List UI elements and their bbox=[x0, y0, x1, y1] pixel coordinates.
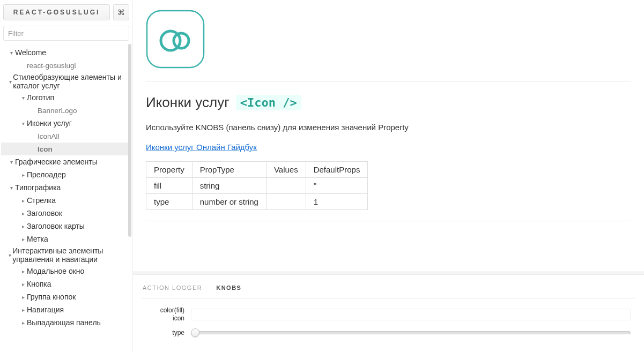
panel-tab[interactable]: KNOBS bbox=[216, 284, 241, 291]
tree-node-label: Кнопка bbox=[27, 280, 51, 288]
tree-node[interactable]: Кнопка bbox=[1, 278, 131, 290]
tree-node-label: IconAll bbox=[38, 132, 60, 140]
tree-node[interactable]: Выпадающая панель bbox=[1, 316, 131, 329]
chevron-down-icon bbox=[8, 50, 15, 56]
tree-node[interactable]: IconAll bbox=[1, 130, 131, 143]
th-defaultprops: DefaultProps bbox=[306, 162, 368, 178]
props-table: Property PropType Values DefaultProps fi… bbox=[146, 161, 368, 210]
main: Иконки услуг <Icon /> Используйте KNOBS … bbox=[133, 0, 644, 352]
table-cell: number or string bbox=[192, 194, 266, 210]
tree-node-label: BannerLogo bbox=[38, 107, 77, 115]
tree-node-label: Группа кнопок bbox=[27, 293, 76, 301]
tree-node[interactable]: Иконки услуг bbox=[1, 117, 131, 130]
tree-node[interactable]: Icon bbox=[1, 143, 131, 155]
sidebar-header: REACT-GOSUSLUGI ⌘ bbox=[0, 0, 132, 24]
table-row: typenumber or string1 bbox=[146, 194, 368, 210]
tree-node[interactable]: Интерактивные элементы управления и нави… bbox=[1, 245, 131, 265]
tree-node-label: Welcome bbox=[15, 48, 46, 57]
chevron-down-icon bbox=[8, 79, 13, 85]
tree-node[interactable]: Логотип bbox=[1, 91, 131, 104]
panel-tab[interactable]: ACTION LOGGER bbox=[143, 284, 202, 291]
table-cell: '' bbox=[306, 178, 368, 194]
svg-rect-0 bbox=[147, 11, 204, 68]
divider bbox=[146, 221, 631, 221]
tree-node[interactable]: Метка bbox=[1, 233, 131, 245]
table-cell: 1 bbox=[306, 194, 368, 210]
slider-thumb[interactable] bbox=[191, 328, 199, 337]
chevron-right-icon bbox=[19, 307, 27, 313]
scrollbar-track[interactable] bbox=[127, 44, 132, 352]
tree-node[interactable]: Welcome bbox=[1, 46, 131, 59]
knob-slider-type[interactable] bbox=[191, 327, 631, 338]
chevron-right-icon bbox=[19, 211, 27, 216]
chevron-down-icon bbox=[19, 95, 27, 101]
tree-node[interactable]: Модальное окно bbox=[1, 265, 131, 278]
chevron-right-icon bbox=[19, 294, 27, 300]
tree-node[interactable]: Заголовок карты bbox=[1, 220, 131, 233]
tree-node-label: Логотип bbox=[27, 93, 54, 102]
th-proptype: PropType bbox=[192, 162, 266, 178]
chevron-down-icon bbox=[8, 185, 15, 191]
page-title: Иконки услуг <Icon /> bbox=[146, 94, 631, 111]
app-root: REACT-GOSUSLUGI ⌘ Welcomereact-gosuslugi… bbox=[0, 0, 644, 352]
tree-node[interactable]: Прелоадер bbox=[1, 168, 131, 181]
tree-node-label: Типографика bbox=[15, 183, 61, 192]
tree-node[interactable]: Заголовок bbox=[1, 207, 131, 220]
tree-node-label: Метка bbox=[27, 235, 48, 243]
tree-node-label: Заголовок bbox=[27, 209, 62, 218]
chevron-down-icon bbox=[8, 159, 15, 165]
tree-node-label: Графические элементы bbox=[15, 158, 98, 166]
brand-button[interactable]: REACT-GOSUSLUGI bbox=[3, 4, 110, 20]
sidebar-tree[interactable]: Welcomereact-gosuslugiСтилеобразующие эл… bbox=[0, 44, 132, 352]
tree-node-label: Выпадающая панель bbox=[27, 318, 101, 327]
chevron-right-icon bbox=[19, 281, 27, 287]
knob-label-color: color(fill) icon bbox=[142, 306, 184, 322]
tree-node[interactable]: react-gosuslugi bbox=[1, 59, 131, 72]
knob-input-color[interactable] bbox=[191, 309, 631, 320]
filter-input[interactable] bbox=[3, 26, 129, 41]
tree-node[interactable]: Типографика bbox=[1, 181, 131, 194]
tree-node-label: Стилеобразующие элементы и каталог услуг bbox=[13, 73, 129, 90]
tree-node-label: Заголовок карты bbox=[27, 222, 85, 230]
doc-link[interactable]: Иконки услуг Онлайн Гайдбук bbox=[146, 143, 257, 152]
table-cell: fill bbox=[146, 178, 193, 194]
table-cell bbox=[266, 178, 306, 194]
chevron-right-icon bbox=[19, 268, 27, 274]
table-cell: string bbox=[192, 178, 266, 194]
tree-node-label: react-gosuslugi bbox=[27, 62, 76, 70]
rings-icon bbox=[146, 10, 205, 69]
chevron-right-icon bbox=[19, 198, 27, 204]
chevron-right-icon bbox=[19, 236, 27, 242]
knob-row-color: color(fill) icon bbox=[142, 306, 635, 322]
chevron-right-icon bbox=[19, 223, 27, 229]
page-title-text: Иконки услуг bbox=[146, 94, 230, 111]
component-tag: <Icon /> bbox=[236, 95, 301, 110]
knob-row-type: type bbox=[142, 327, 635, 338]
tree-node-label: Навигация bbox=[27, 305, 64, 314]
tree-node-label: Стрелка bbox=[27, 196, 56, 205]
chevron-right-icon bbox=[19, 172, 27, 178]
sidebar: REACT-GOSUSLUGI ⌘ Welcomereact-gosuslugi… bbox=[0, 0, 133, 352]
addons-panel: ACTION LOGGERKNOBS color(fill) icon type bbox=[133, 274, 644, 352]
tree-node-label: Иконки услуг bbox=[27, 119, 72, 128]
tree-node[interactable]: Навигация bbox=[1, 303, 131, 316]
chevron-down-icon bbox=[19, 121, 27, 126]
scrollbar-thumb[interactable] bbox=[128, 44, 131, 237]
tree-node[interactable]: BannerLogo bbox=[1, 104, 131, 117]
tree-node[interactable]: Стрелка bbox=[1, 194, 131, 207]
shortcut-button[interactable]: ⌘ bbox=[113, 4, 129, 20]
divider bbox=[146, 81, 631, 81]
component-preview bbox=[146, 10, 631, 70]
chevron-right-icon bbox=[19, 320, 27, 326]
tree-node[interactable]: Группа кнопок bbox=[1, 290, 131, 303]
th-property: Property bbox=[146, 162, 193, 178]
table-cell bbox=[266, 194, 306, 210]
tree-node[interactable]: Стилеобразующие элементы и каталог услуг bbox=[1, 72, 131, 91]
tree-node-label: Интерактивные элементы управления и нави… bbox=[12, 246, 129, 264]
chevron-down-icon bbox=[8, 252, 12, 258]
tree-node-label: Прелоадер bbox=[27, 170, 66, 179]
tree-node[interactable]: Графические элементы bbox=[1, 155, 131, 168]
slider-track bbox=[191, 331, 631, 334]
table-row: fillstring'' bbox=[146, 178, 368, 194]
description: Используйте KNOBS (панель снизу) для изм… bbox=[146, 123, 631, 132]
